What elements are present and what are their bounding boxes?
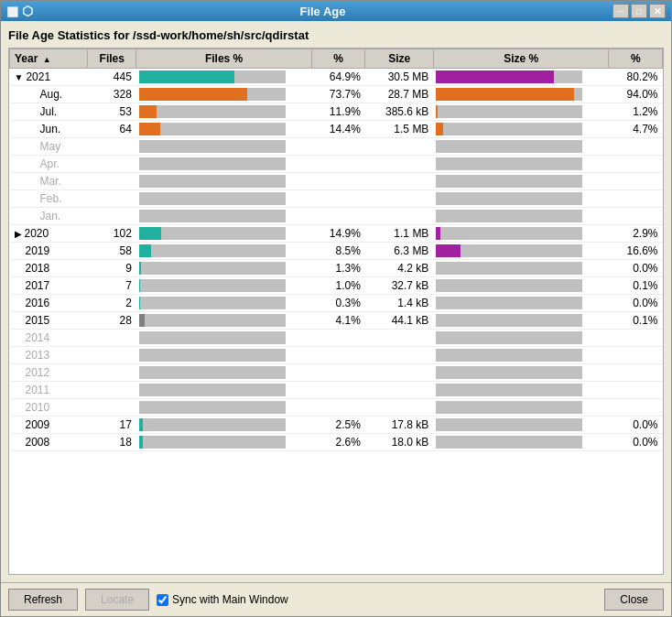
- cell-files-bar: [136, 173, 312, 190]
- cell-size-bar: [433, 103, 609, 121]
- table-row[interactable]: Jan.: [10, 208, 663, 225]
- table-row[interactable]: 2011: [10, 382, 663, 399]
- cell-size-pct: 0.1%: [609, 312, 663, 330]
- table-row[interactable]: Feb.: [10, 190, 663, 208]
- year-label: 2012: [26, 366, 50, 379]
- cell-files-bar: [136, 260, 312, 277]
- size-bar-wrapper: [436, 70, 582, 83]
- table-row[interactable]: Jul.5311.9%385.6 kB1.2%: [10, 103, 663, 121]
- cell-size-pct: 94.0%: [609, 86, 663, 103]
- cell-size: 28.7 MB: [365, 86, 433, 103]
- minimize-button[interactable]: ─: [612, 4, 629, 18]
- sync-checkbox[interactable]: [157, 594, 168, 606]
- table-row[interactable]: Mar.: [10, 173, 663, 190]
- table-row[interactable]: Jun.6414.4%1.5 MB4.7%: [10, 121, 663, 138]
- col-size-pct-bar[interactable]: Size %: [433, 49, 609, 69]
- files-bar-wrapper: [139, 436, 286, 449]
- table-row[interactable]: ▼202144564.9%30.5 MB80.2%: [10, 69, 663, 86]
- table-row[interactable]: 201620.3%1.4 kB0.0%: [10, 295, 663, 312]
- size-bar-wrapper: [436, 384, 582, 396]
- table-row[interactable]: Aug.32873.7%28.7 MB94.0%: [10, 86, 663, 103]
- app-icon2: ⬡: [22, 4, 33, 18]
- cell-files-pct: [311, 208, 365, 225]
- size-bar-fill: [436, 123, 443, 135]
- cell-size-bar: [433, 225, 609, 243]
- locate-button[interactable]: Locate: [85, 589, 149, 611]
- table-row[interactable]: 201771.0%32.7 kB0.1%: [10, 277, 663, 295]
- col-size[interactable]: Size: [365, 49, 433, 69]
- sync-label: Sync with Main Window: [172, 593, 288, 606]
- files-bar-fill: [139, 88, 247, 101]
- cell-size-pct: 0.0%: [609, 260, 663, 277]
- files-bar-wrapper: [139, 297, 286, 309]
- size-bar-wrapper: [436, 210, 582, 222]
- table-row[interactable]: May: [10, 138, 663, 156]
- cell-files-pct: [311, 347, 365, 364]
- cell-files: [88, 156, 136, 173]
- cell-files: [88, 190, 136, 208]
- page-title: File Age Statistics for /ssd-work/home/s…: [8, 28, 664, 42]
- file-age-window: ▦ ⬡ File Age ─ □ ✕ File Age Statistics f…: [0, 0, 672, 617]
- col-files-pct[interactable]: %: [311, 49, 365, 69]
- table-row[interactable]: 2012: [10, 364, 663, 382]
- expand-icon[interactable]: ▼: [15, 72, 24, 82]
- table-row[interactable]: 2008182.6%18.0 kB0.0%: [10, 434, 663, 451]
- cell-size-bar: [433, 260, 609, 277]
- size-bar-wrapper: [436, 401, 582, 414]
- col-files-pct-bar[interactable]: Files %: [136, 49, 312, 69]
- files-bar-fill: [139, 123, 160, 135]
- cell-files: 53: [88, 103, 136, 121]
- size-bar-wrapper: [436, 297, 582, 309]
- table-row[interactable]: 2014: [10, 330, 663, 347]
- year-label: 2011: [26, 384, 50, 396]
- cell-size-pct: [609, 399, 663, 417]
- table-row[interactable]: 2019588.5%6.3 MB16.6%: [10, 243, 663, 260]
- table-row[interactable]: 2009172.5%17.8 kB0.0%: [10, 417, 663, 434]
- cell-files-bar: [136, 121, 312, 138]
- cell-size: [365, 138, 433, 156]
- close-window-button[interactable]: ✕: [649, 4, 666, 18]
- table-row[interactable]: ▶202010214.9%1.1 MB2.9%: [10, 225, 663, 243]
- year-label: 2014: [26, 331, 50, 344]
- table-row[interactable]: 201891.3%4.2 kB0.0%: [10, 260, 663, 277]
- cell-year: Feb.: [10, 190, 88, 208]
- sync-checkbox-label[interactable]: Sync with Main Window: [157, 593, 288, 606]
- maximize-button[interactable]: □: [631, 4, 647, 18]
- col-size-pct[interactable]: %: [609, 49, 663, 69]
- size-bar-wrapper: [436, 88, 582, 101]
- cell-year: 2009: [10, 417, 88, 434]
- close-button[interactable]: Close: [604, 589, 664, 611]
- year-label: 2010: [26, 401, 50, 414]
- cell-size: 18.0 kB: [365, 434, 433, 451]
- cell-size-bar: [433, 138, 609, 156]
- table-row[interactable]: 2015284.1%44.1 kB0.1%: [10, 312, 663, 330]
- size-bar-fill: [436, 244, 461, 257]
- col-year[interactable]: Year ▲: [10, 49, 88, 69]
- table-row[interactable]: Apr.: [10, 156, 663, 173]
- cell-year: Mar.: [10, 173, 88, 190]
- size-bar-wrapper: [436, 227, 582, 240]
- cell-size-pct: 0.0%: [609, 434, 663, 451]
- table-row[interactable]: 2010: [10, 399, 663, 417]
- cell-size-pct: 1.2%: [609, 103, 663, 121]
- expand-icon[interactable]: ▶: [15, 229, 22, 239]
- size-bar-wrapper: [436, 366, 582, 379]
- cell-size-pct: 0.0%: [609, 417, 663, 434]
- year-label: Aug.: [40, 88, 63, 101]
- year-label: 2018: [26, 262, 50, 275]
- cell-size-bar: [433, 69, 609, 86]
- cell-files-bar: [136, 330, 312, 347]
- files-bar-wrapper: [139, 140, 286, 153]
- data-table-container[interactable]: Year ▲ Files Files % % Siz: [8, 48, 664, 575]
- cell-files-bar: [136, 243, 312, 260]
- cell-size-bar: [433, 417, 609, 434]
- table-row[interactable]: 2013: [10, 347, 663, 364]
- cell-size-bar: [433, 295, 609, 312]
- col-files[interactable]: Files: [88, 49, 136, 69]
- table-body: ▼202144564.9%30.5 MB80.2%Aug.32873.7%28.…: [10, 69, 663, 451]
- refresh-button[interactable]: Refresh: [8, 589, 78, 611]
- cell-size: 17.8 kB: [365, 417, 433, 434]
- cell-size-bar: [433, 330, 609, 347]
- files-bar-wrapper: [139, 192, 286, 205]
- cell-size-pct: [609, 330, 663, 347]
